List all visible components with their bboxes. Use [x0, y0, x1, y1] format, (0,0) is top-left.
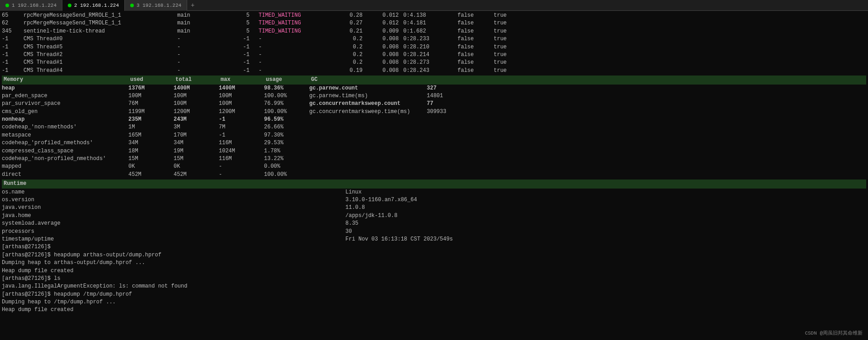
thread-interrupted: false	[458, 35, 494, 43]
mem-usage: 100.00%	[264, 108, 309, 116]
thread-interrupted: false	[458, 67, 494, 75]
thread-state: -	[259, 67, 331, 75]
tab-1-dot	[5, 4, 9, 7]
mem-usage: 13.22%	[264, 155, 309, 163]
memory-row-heap: heap 1376M 1400M 1400M 98.36% gc.parnew.…	[2, 85, 866, 92]
mem-max: 1400M	[219, 85, 264, 92]
thread-cpu: 0.19	[331, 67, 367, 75]
memory-row-codeheap-non-profiled: codeheap_'non-profiled_nmethods' 15M 15M…	[2, 155, 866, 163]
thread-prio: -1	[231, 59, 259, 66]
thread-delta: 0.012	[367, 19, 403, 27]
mem-used: 1199M	[128, 108, 174, 116]
thread-name: rpcMergeMessageSend_RMROLE_1_1	[24, 12, 177, 19]
mem-used: 1376M	[128, 85, 174, 92]
mem-name: nonheap	[2, 116, 128, 123]
mem-gc-key: gc.concurrentmarksweep.count	[309, 100, 427, 108]
thread-interrupted: false	[458, 43, 494, 51]
mem-name: metaspace	[2, 132, 128, 139]
thread-delta: 0.008	[367, 51, 403, 59]
prompt-line-8: Dumping heap to /tmp/dump.hprof ...	[2, 298, 866, 306]
tab-3[interactable]: 3 192.168.1.224	[125, 0, 187, 11]
rt-value: Linux	[345, 189, 866, 196]
prompt-line-9: Heap dump file created	[2, 306, 866, 314]
mem-gc-val: 327	[427, 85, 517, 92]
runtime-row-timestamp: timestamp/uptime Fri Nov 03 16:13:18 CST…	[2, 236, 866, 243]
mem-used: 235M	[128, 116, 174, 123]
thread-name: CMS Thread#1	[24, 59, 177, 66]
mem-gc-key	[309, 163, 427, 170]
thread-id: -1	[2, 35, 24, 43]
table-row: -1 CMS Thread#4 - -1 - 0.19 0.008 0:28.2…	[2, 67, 866, 75]
thread-state: TIMED_WAITING	[259, 19, 331, 27]
mem-max: 116M	[219, 139, 264, 147]
mem-max: -	[219, 171, 264, 179]
memory-row-codeheap-profiled: codeheap_'profiled_nmethods' 34M 34M 116…	[2, 139, 866, 147]
runtime-row-javaversion: java.version 11.0.8	[2, 204, 866, 212]
mem-gc-key	[309, 123, 427, 131]
thread-group: -	[177, 51, 231, 59]
mem-max: 100M	[219, 100, 264, 108]
mem-total: 0K	[174, 163, 219, 170]
mem-gc-val: 309933	[427, 108, 517, 116]
thread-time: 0:28.273	[403, 59, 458, 66]
mem-total: 15M	[174, 155, 219, 163]
mem-name: codeheap_'profiled_nmethods'	[2, 139, 128, 147]
tab-bar: 1 192.168.1.224 2 192.168.1.224 3 192.16…	[0, 0, 868, 11]
memory-row-metaspace: metaspace 165M 170M -1 97.30%	[2, 132, 866, 139]
mem-gc-key	[309, 132, 427, 139]
thread-id: 65	[2, 12, 24, 19]
thread-delta: 0.008	[367, 35, 403, 43]
thread-daemon: true	[494, 43, 521, 51]
thread-id: -1	[2, 51, 24, 59]
mem-col-5: usage	[266, 76, 311, 84]
mem-gc-val: 14801	[427, 92, 517, 100]
thread-name: sentinel-time-tick-thread	[24, 28, 177, 35]
thread-group: -	[177, 35, 231, 43]
mem-total: 19M	[174, 147, 219, 155]
mem-gc-key	[309, 155, 427, 163]
rt-key: timestamp/uptime	[2, 236, 345, 243]
tab-2[interactable]: 2 192.168.1.224	[62, 0, 125, 11]
mem-gc-val	[427, 139, 517, 147]
mem-gc-key	[309, 139, 427, 147]
mem-name: par_survivor_space	[2, 100, 128, 108]
mem-usage: 100.00%	[264, 92, 309, 100]
thread-cpu: 0.28	[331, 12, 367, 19]
prompt-line-6: java.lang.IllegalArgumentException: ls: …	[2, 283, 866, 290]
thread-daemon: true	[494, 51, 521, 59]
mem-total: 452M	[174, 171, 219, 179]
mem-total: 170M	[174, 132, 219, 139]
thread-time: 0:28.243	[403, 67, 458, 75]
mem-col-4: max	[221, 76, 266, 84]
thread-group: main	[177, 12, 231, 19]
thread-time: 0:1.682	[403, 28, 458, 35]
mem-usage: 98.36%	[264, 85, 309, 92]
mem-gc-key: gc.parnew.time(ms)	[309, 92, 427, 100]
runtime-section-header: Runtime	[2, 179, 866, 188]
prompt-line-4: Heap dump file created	[2, 267, 866, 275]
thread-daemon: true	[494, 35, 521, 43]
thread-delta: 0.009	[367, 28, 403, 35]
tab-1-label: 1 192.168.1.224	[12, 3, 57, 8]
thread-state: TIMED_WAITING	[259, 28, 331, 35]
thread-group: -	[177, 59, 231, 66]
table-row: -1 CMS Thread#0 - -1 - 0.2 0.008 0:28.23…	[2, 35, 866, 43]
mem-usage: 26.66%	[264, 123, 309, 131]
thread-daemon: true	[494, 59, 521, 66]
rt-value: Fri Nov 03 16:13:18 CST 2023/549s	[345, 236, 866, 243]
mem-name: direct	[2, 171, 128, 179]
mem-name: compressed_class_space	[2, 147, 128, 155]
mem-usage: 29.53%	[264, 139, 309, 147]
mem-max: 116M	[219, 155, 264, 163]
mem-total: 243M	[174, 116, 219, 123]
tab-add-button[interactable]: +	[187, 2, 198, 9]
rt-value: /apps/jdk-11.0.8	[345, 212, 866, 220]
thread-name: CMS Thread#5	[24, 43, 177, 51]
tab-1[interactable]: 1 192.168.1.224	[0, 0, 62, 11]
thread-cpu: 0.21	[331, 28, 367, 35]
mem-gc-val	[427, 171, 517, 179]
mem-usage: 1.78%	[264, 147, 309, 155]
thread-group: -	[177, 43, 231, 51]
thread-cpu: 0.2	[331, 43, 367, 51]
thread-name: rpcMergeMessageSend_TMROLE_1_1	[24, 19, 177, 27]
